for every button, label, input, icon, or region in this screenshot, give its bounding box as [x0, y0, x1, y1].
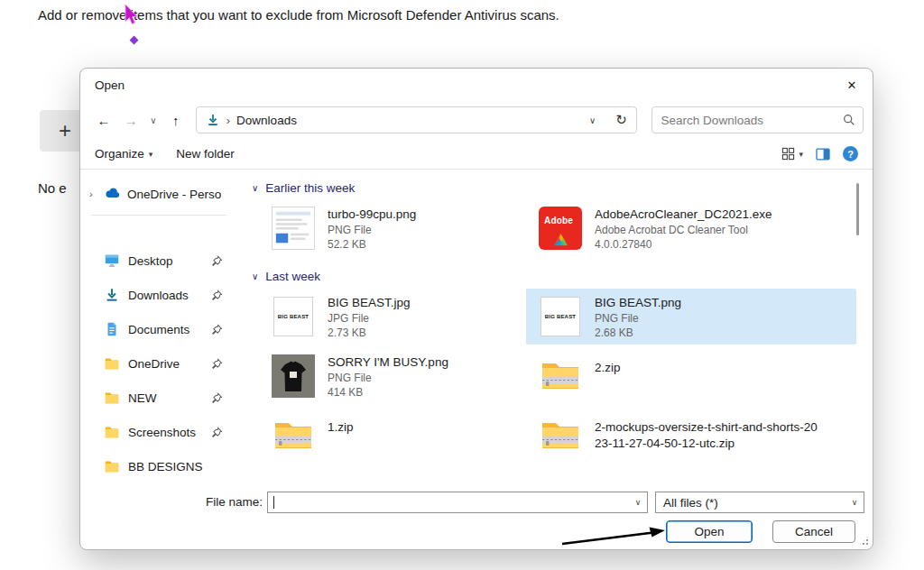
image-thumbnail: BIG BEAST	[539, 295, 582, 338]
close-icon: ✕	[847, 78, 857, 92]
file-type: PNG File	[328, 223, 416, 237]
search-icon	[836, 114, 863, 126]
file-tile-selected[interactable]: BIG BEAST BIG BEAST.png PNG File 2.68 KB	[526, 289, 856, 345]
windows-security-page: Add or remove items that you want to exc…	[0, 0, 924, 570]
cancel-button[interactable]: Cancel	[772, 520, 855, 543]
search-box[interactable]	[651, 106, 864, 133]
sidebar-item-documents[interactable]: Documents	[80, 315, 237, 344]
file-tile[interactable]: Adobe AdobeAcroCleaner_DC2021.exe Adobe …	[526, 200, 856, 256]
group-label: Earlier this week	[265, 181, 355, 195]
folder-icon	[104, 355, 120, 372]
dialog-footer: File name: ∨ All files (*) ∨ Open Cancel	[80, 486, 873, 549]
navigation-bar: ← → ∨ ↑ › Downloads ∨ ↻	[80, 101, 873, 139]
group-label: Last week	[265, 270, 320, 283]
sidebar-item-label: OneDrive - Perso	[127, 188, 221, 201]
no-exclusions-text: No e	[38, 180, 67, 196]
sidebar-item-screenshots[interactable]: Screenshots	[80, 418, 237, 446]
file-tile[interactable]: 1.zip	[252, 408, 526, 464]
pin-icon	[211, 427, 223, 438]
folder-icon	[104, 458, 120, 474]
new-folder-button[interactable]: New folder	[176, 147, 235, 161]
sidebar-item-bb-designs[interactable]: BB DESIGNS	[80, 452, 237, 481]
open-button[interactable]: Open	[666, 520, 753, 543]
dialog-toolbar: Organize ▾ New folder ▾ ?	[80, 139, 873, 170]
navigation-pane: › OneDrive - Perso Desktop	[80, 170, 237, 486]
address-dropdown-button[interactable]: ∨	[583, 108, 603, 132]
group-header-earlier-this-week[interactable]: ∨ Earlier this week	[252, 177, 856, 198]
folder-icon	[104, 424, 120, 440]
resize-grip[interactable]	[858, 535, 870, 547]
thumbnail-text: BIG BEAST	[278, 314, 309, 319]
file-name: BIG BEAST.png	[595, 295, 681, 311]
pin-icon	[211, 290, 223, 301]
plus-icon: +	[59, 118, 71, 142]
vertical-scrollbar-thumb[interactable]	[856, 183, 859, 235]
file-name-combobox[interactable]: ∨	[267, 492, 648, 513]
file-group-last-week: BIG BEAST BIG BEAST.jpg JPG File 2.73 KB…	[252, 289, 856, 464]
file-name: BIG BEAST.jpg	[328, 295, 411, 311]
zip-folder-icon	[539, 414, 582, 457]
preview-pane-button[interactable]	[816, 147, 830, 161]
file-type: PNG File	[328, 371, 448, 385]
chevron-down-icon: ∨	[252, 183, 258, 193]
file-name: 2.zip	[595, 360, 621, 376]
pin-icon	[211, 324, 223, 336]
sidebar-item-label: Downloads	[128, 289, 189, 302]
sidebar-spacer	[80, 216, 237, 246]
file-tile[interactable]: SORRY I'M BUSY.png PNG File 414 KB	[252, 348, 526, 404]
sidebar-item-new[interactable]: NEW	[80, 383, 237, 412]
up-button[interactable]: ↑	[163, 107, 189, 133]
sidebar-item-onedrive[interactable]: OneDrive	[80, 349, 237, 378]
open-file-dialog: Open ✕ ← → ∨ ↑ › Downloads ∨ ↻	[79, 68, 873, 550]
exclusions-description: Add or remove items that you want to exc…	[38, 7, 559, 23]
refresh-button[interactable]: ↻	[609, 108, 634, 132]
sidebar-item-downloads[interactable]: Downloads	[80, 280, 237, 309]
forward-button[interactable]: →	[118, 107, 143, 133]
search-input[interactable]	[652, 114, 836, 127]
zip-folder-icon	[272, 414, 315, 457]
grid-view-icon	[781, 147, 795, 161]
preview-pane-icon	[816, 147, 830, 161]
close-button[interactable]: ✕	[831, 69, 873, 101]
file-type-value: All files (*)	[663, 496, 718, 510]
expander-icon[interactable]: ›	[89, 188, 98, 199]
pin-icon	[211, 358, 223, 370]
breadcrumb-downloads[interactable]: Downloads	[236, 114, 297, 127]
help-button[interactable]: ?	[843, 146, 858, 161]
file-tile[interactable]: BIG BEAST BIG BEAST.jpg JPG File 2.73 KB	[252, 289, 526, 345]
purple-diamond-dot	[130, 36, 139, 45]
chevron-down-icon[interactable]: ∨	[629, 498, 647, 507]
chevron-down-icon: ∨	[252, 271, 258, 281]
organize-button[interactable]: Organize ▾	[95, 147, 152, 161]
file-name: 1.zip	[328, 419, 354, 436]
pinwheel-icon	[554, 234, 568, 247]
file-tile[interactable]: 2-mockups-oversize-t-shirt-and-shorts-20…	[526, 408, 856, 464]
folder-icon	[104, 390, 120, 406]
file-group-earlier: turbo-99cpu.png PNG File 52.2 KB Adobe A…	[252, 200, 856, 256]
file-type: PNG File	[595, 311, 681, 326]
documents-icon	[104, 321, 120, 337]
breadcrumb-separator-icon: ›	[226, 114, 230, 127]
address-bar[interactable]: › Downloads ∨ ↻	[196, 106, 637, 133]
help-icon: ?	[843, 146, 858, 161]
file-tile[interactable]: turbo-99cpu.png PNG File 52.2 KB	[252, 200, 526, 256]
group-header-last-week[interactable]: ∨ Last week	[252, 265, 856, 287]
downloads-icon	[104, 287, 120, 303]
sidebar-item-label: Screenshots	[128, 426, 196, 439]
file-name-input[interactable]	[274, 496, 629, 510]
new-folder-label: New folder	[176, 147, 235, 161]
file-name: turbo-99cpu.png	[328, 207, 416, 223]
image-thumbnail: BIG BEAST	[272, 295, 315, 338]
file-type-dropdown[interactable]: All files (*) ∨	[655, 492, 864, 513]
view-options-button[interactable]: ▾	[781, 147, 803, 161]
file-type: JPG File	[328, 311, 411, 326]
sidebar-item-label: BB DESIGNS	[128, 460, 203, 473]
recent-locations-button[interactable]: ∨	[145, 107, 162, 133]
file-name: 2-mockups-oversize-t-shirt-and-shorts-20…	[595, 419, 822, 451]
back-button[interactable]: ←	[91, 107, 116, 133]
file-size: 2.68 KB	[595, 326, 681, 340]
sidebar-item-onedrive-personal[interactable]: › OneDrive - Perso	[80, 180, 237, 207]
sidebar-item-desktop[interactable]: Desktop	[80, 246, 237, 275]
file-tile[interactable]: 2.zip	[526, 348, 856, 404]
file-size: 52.2 KB	[328, 237, 416, 252]
